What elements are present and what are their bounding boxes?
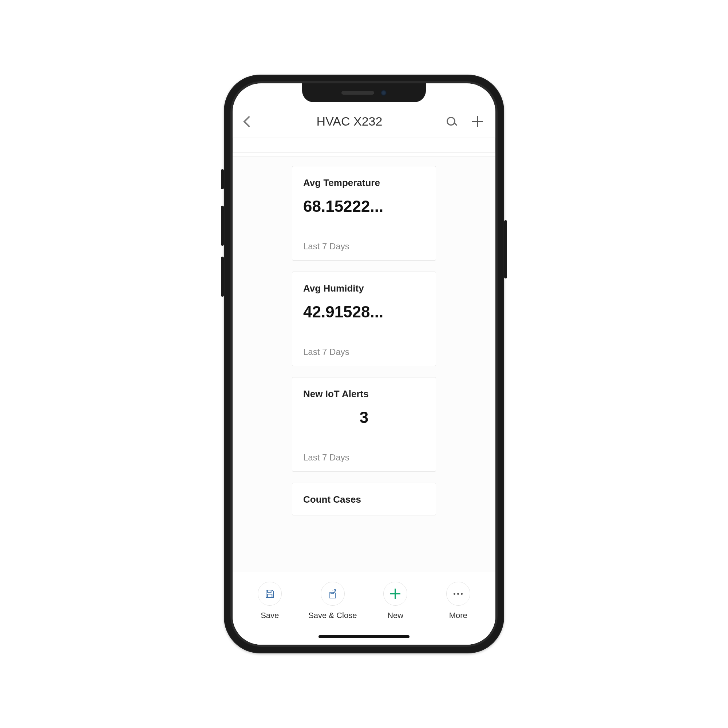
back-button[interactable] [245, 118, 267, 125]
save-close-button[interactable]: Save & Close [305, 582, 360, 620]
bottom-action-bar: Save Save & Close [232, 572, 496, 645]
card-new-iot-alerts[interactable]: New IoT Alerts 3 Last 7 Days [292, 377, 436, 472]
card-value: 42.91528... [303, 303, 425, 321]
phone-volume-up [221, 206, 224, 246]
card-avg-temperature[interactable]: Avg Temperature 68.15222... Last 7 Days [292, 166, 436, 261]
phone-mute-switch [221, 169, 224, 189]
phone-camera [381, 90, 387, 96]
phone-notch [302, 83, 426, 102]
card-subtitle: Last 7 Days [303, 453, 425, 463]
new-button[interactable]: New [368, 582, 423, 620]
svg-rect-1 [268, 594, 272, 597]
phone-volume-down [221, 257, 224, 297]
plus-icon[interactable] [472, 116, 483, 127]
phone-power-button [504, 220, 507, 278]
canvas: HVAC X232 Avg Temperature 68.15222... La… [0, 0, 728, 728]
save-icon [264, 588, 275, 599]
plus-green-icon [390, 589, 401, 599]
more-label: More [449, 611, 467, 620]
more-button[interactable]: More [431, 582, 486, 620]
svg-rect-2 [331, 592, 333, 594]
card-value: 3 [303, 408, 425, 427]
phone-frame: HVAC X232 Avg Temperature 68.15222... La… [224, 75, 504, 653]
chevron-left-icon [243, 116, 254, 127]
content-area[interactable]: Avg Temperature 68.15222... Last 7 Days … [232, 156, 496, 572]
card-value: 68.15222... [303, 197, 425, 216]
card-count-cases[interactable]: Count Cases [292, 483, 436, 515]
screen: HVAC X232 Avg Temperature 68.15222... La… [232, 83, 496, 645]
more-icon [454, 593, 463, 595]
card-subtitle: Last 7 Days [303, 241, 425, 252]
card-subtitle: Last 7 Days [303, 347, 425, 357]
save-close-label: Save & Close [308, 611, 357, 620]
card-title: Avg Temperature [303, 177, 425, 188]
svg-rect-0 [268, 590, 271, 592]
home-indicator[interactable] [318, 635, 410, 638]
card-avg-humidity[interactable]: Avg Humidity 42.91528... Last 7 Days [292, 272, 436, 366]
card-title: Avg Humidity [303, 283, 425, 294]
new-label: New [387, 611, 403, 620]
subheader-strip [232, 138, 496, 153]
card-title: Count Cases [303, 494, 425, 505]
card-title: New IoT Alerts [303, 388, 425, 400]
save-label: Save [261, 611, 279, 620]
save-button[interactable]: Save [242, 582, 297, 620]
save-close-icon [327, 588, 338, 600]
search-icon[interactable] [446, 116, 457, 127]
page-title: HVAC X232 [267, 114, 432, 128]
phone-bezel: HVAC X232 Avg Temperature 68.15222... La… [230, 81, 498, 647]
phone-speaker [341, 91, 374, 95]
